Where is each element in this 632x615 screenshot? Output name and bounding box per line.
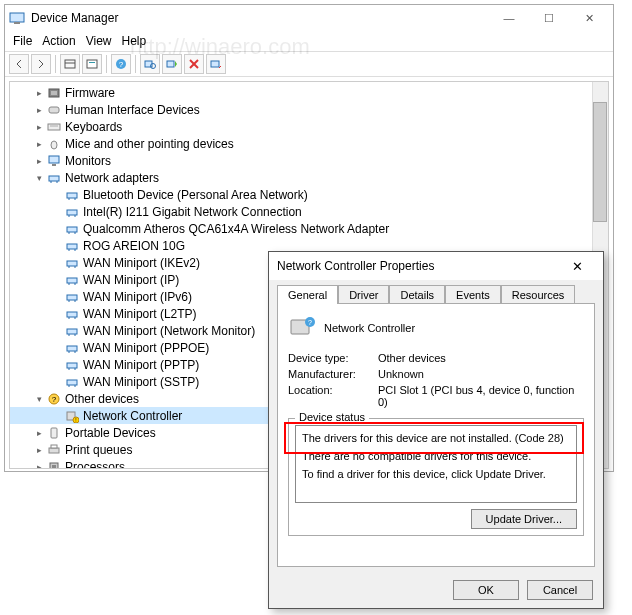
svg-rect-31 — [67, 227, 77, 232]
svg-rect-15 — [51, 91, 57, 95]
tree-item[interactable]: ▸Monitors — [10, 152, 590, 169]
device-type-label: Device type: — [288, 352, 378, 364]
forward-button[interactable] — [31, 54, 51, 74]
other-icon: ? — [47, 392, 61, 406]
svg-rect-68 — [51, 445, 57, 448]
tab-details[interactable]: Details — [389, 285, 445, 304]
dialog-close-button[interactable]: ✕ — [559, 254, 595, 278]
menu-action[interactable]: Action — [42, 34, 75, 48]
tab-general-panel: ? Network Controller Device type:Other d… — [277, 303, 595, 567]
net-icon — [65, 188, 79, 202]
manufacturer-value: Unknown — [378, 368, 584, 380]
back-button[interactable] — [9, 54, 29, 74]
spacer — [52, 206, 63, 217]
cpu-icon — [47, 460, 61, 470]
expand-icon[interactable]: ▸ — [34, 427, 45, 438]
collapse-icon[interactable]: ▾ — [34, 393, 45, 404]
show-hidden-button[interactable] — [60, 54, 80, 74]
tree-item-label: WAN Miniport (IP) — [83, 273, 179, 287]
portable-icon — [47, 426, 61, 440]
net-icon — [65, 273, 79, 287]
menu-help[interactable]: Help — [122, 34, 147, 48]
net-icon — [65, 375, 79, 389]
expand-icon[interactable]: ▸ — [34, 461, 45, 469]
tree-item-label: WAN Miniport (IKEv2) — [83, 256, 200, 270]
status-line: There are no compatible drivers for this… — [302, 450, 570, 462]
svg-rect-37 — [67, 261, 77, 266]
uninstall-button[interactable] — [184, 54, 204, 74]
tree-item-label: Portable Devices — [65, 426, 156, 440]
svg-rect-16 — [49, 107, 59, 113]
menu-view[interactable]: View — [86, 34, 112, 48]
net-icon — [65, 205, 79, 219]
spacer — [52, 325, 63, 336]
svg-point-19 — [51, 141, 57, 149]
firmware-icon — [47, 86, 61, 100]
device-icon: ? — [288, 314, 316, 342]
tab-general[interactable]: General — [277, 285, 338, 304]
tree-item-label: ROG AREION 10G — [83, 239, 185, 253]
device-type-value: Other devices — [378, 352, 584, 364]
collapse-icon[interactable]: ▾ — [34, 172, 45, 183]
network-icon — [47, 171, 61, 185]
tree-item-label: Network adapters — [65, 171, 159, 185]
ok-button[interactable]: OK — [453, 580, 519, 600]
tree-item[interactable]: Intel(R) I211 Gigabit Network Connection — [10, 203, 590, 220]
svg-rect-13 — [211, 61, 219, 67]
update-driver-button[interactable]: Update Driver... — [471, 509, 577, 529]
svg-text:!: ! — [75, 417, 76, 423]
tab-resources[interactable]: Resources — [501, 285, 576, 304]
svg-text:?: ? — [308, 319, 312, 326]
svg-rect-70 — [52, 465, 56, 469]
scrollbar-thumb[interactable] — [593, 102, 607, 222]
menu-file[interactable]: File — [13, 34, 32, 48]
expand-icon[interactable]: ▸ — [34, 155, 45, 166]
tree-item[interactable]: Bluetooth Device (Personal Area Network) — [10, 186, 590, 203]
properties-button[interactable] — [82, 54, 102, 74]
app-icon — [9, 10, 25, 26]
tree-item[interactable]: ▾Network adapters — [10, 169, 590, 186]
tree-item-label: WAN Miniport (PPTP) — [83, 358, 199, 372]
net-icon — [65, 222, 79, 236]
minimize-button[interactable]: — — [489, 5, 529, 31]
tree-item-label: Network Controller — [83, 409, 182, 423]
expand-icon[interactable]: ▸ — [34, 121, 45, 132]
device-status-legend: Device status — [295, 411, 369, 423]
titlebar: Device Manager — ☐ ✕ — [5, 5, 613, 31]
scan-button[interactable] — [140, 54, 160, 74]
tree-item[interactable]: ▸Human Interface Devices — [10, 101, 590, 118]
tree-item-label: Monitors — [65, 154, 111, 168]
svg-text:?: ? — [52, 395, 57, 404]
window-title: Device Manager — [31, 11, 118, 25]
svg-rect-22 — [49, 176, 59, 181]
spacer — [52, 189, 63, 200]
svg-rect-17 — [48, 124, 60, 130]
tree-item[interactable]: ▸Keyboards — [10, 118, 590, 135]
svg-rect-43 — [67, 295, 77, 300]
expand-icon[interactable]: ▸ — [34, 138, 45, 149]
spacer — [52, 376, 63, 387]
tab-driver[interactable]: Driver — [338, 285, 389, 304]
update-driver-button[interactable] — [162, 54, 182, 74]
tab-events[interactable]: Events — [445, 285, 501, 304]
printq-icon — [47, 443, 61, 457]
disable-button[interactable] — [206, 54, 226, 74]
tree-item[interactable]: ▸Mice and other pointing devices — [10, 135, 590, 152]
cancel-button[interactable]: Cancel — [527, 580, 593, 600]
expand-icon[interactable]: ▸ — [34, 444, 45, 455]
device-status-group: Device status The drivers for this devic… — [288, 418, 584, 536]
location-label: Location: — [288, 384, 378, 408]
svg-rect-46 — [67, 312, 77, 317]
help-button[interactable]: ? — [111, 54, 131, 74]
close-button[interactable]: ✕ — [569, 5, 609, 31]
status-line: The drivers for this device are not inst… — [302, 432, 570, 444]
maximize-button[interactable]: ☐ — [529, 5, 569, 31]
svg-rect-21 — [52, 164, 56, 166]
expand-icon[interactable]: ▸ — [34, 104, 45, 115]
tree-item[interactable]: Qualcomm Atheros QCA61x4A Wireless Netwo… — [10, 220, 590, 237]
tree-item[interactable]: ▸Firmware — [10, 84, 590, 101]
location-value: PCI Slot 1 (PCI bus 4, device 0, functio… — [378, 384, 584, 408]
expand-icon[interactable]: ▸ — [34, 87, 45, 98]
properties-dialog: Network Controller Properties ✕ General … — [268, 251, 604, 609]
tree-item-label: Qualcomm Atheros QCA61x4A Wireless Netwo… — [83, 222, 389, 236]
